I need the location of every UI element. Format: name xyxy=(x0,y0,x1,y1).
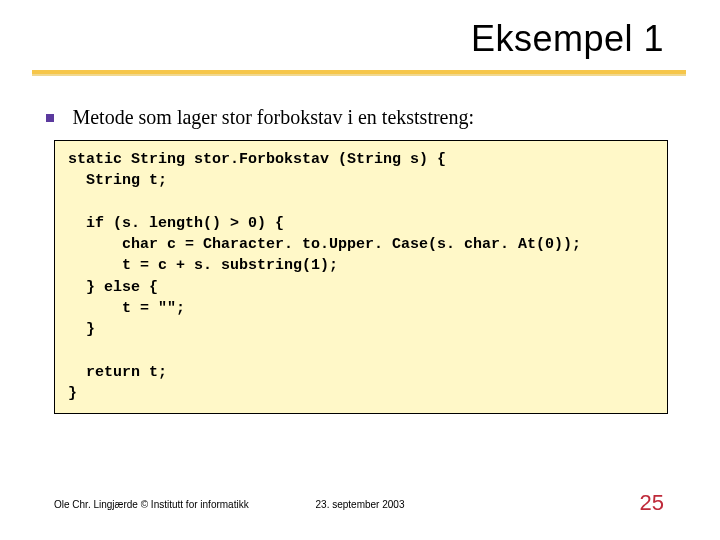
title-area: Eksempel 1 xyxy=(56,18,664,60)
bullet-row: Metode som lager stor forbokstav i en te… xyxy=(46,106,674,129)
slide-number: 25 xyxy=(640,490,664,516)
slide: Eksempel 1 Metode som lager stor forboks… xyxy=(0,0,720,540)
code-content: static String stor.Forbokstav (String s)… xyxy=(59,149,663,405)
page-title: Eksempel 1 xyxy=(56,18,664,60)
code-box: static String stor.Forbokstav (String s)… xyxy=(54,140,668,414)
bullet-text: Metode som lager stor forbokstav i en te… xyxy=(72,106,474,128)
footer-center: 23. september 2003 xyxy=(0,499,720,510)
bullet-icon xyxy=(46,114,54,122)
underline-shadow xyxy=(32,74,686,76)
title-underline xyxy=(32,68,686,78)
